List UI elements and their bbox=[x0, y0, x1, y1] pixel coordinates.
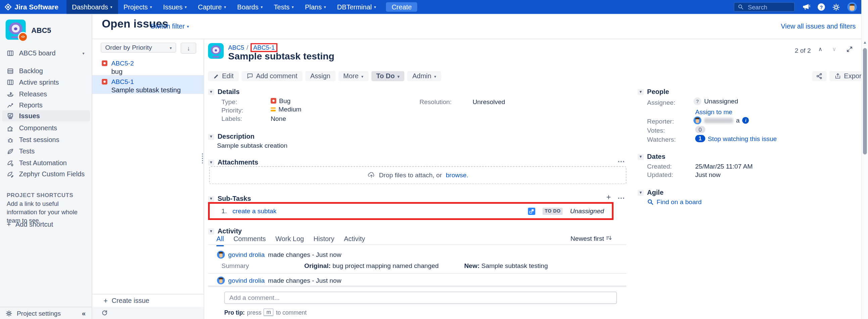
priority-label: Priority: bbox=[221, 107, 243, 114]
user-avatar[interactable] bbox=[847, 2, 857, 12]
sidebar-item-tests[interactable]: Tests bbox=[0, 145, 92, 156]
assign-to-me-link[interactable]: Assign to me bbox=[695, 109, 733, 115]
chevron-down-icon: ▾ bbox=[187, 25, 189, 29]
details-section-header[interactable]: ▾ Details bbox=[208, 88, 240, 96]
sidebar-item-test-sessions[interactable]: Test sessions bbox=[0, 134, 92, 145]
assign-button[interactable]: Assign bbox=[305, 71, 336, 81]
activity-user-link[interactable]: govind drolia bbox=[228, 277, 265, 284]
panel-resize-handle[interactable] bbox=[202, 153, 203, 164]
sidebar-item-zephyr-custom-fields[interactable]: Zephyr Custom Fields bbox=[0, 169, 92, 180]
chevron-down-icon: ▾ bbox=[83, 51, 85, 55]
gear-icon bbox=[6, 310, 12, 317]
collapse-sidebar-icon[interactable]: « bbox=[82, 309, 86, 317]
jira-logo[interactable]: Jira Software bbox=[0, 3, 66, 11]
edit-button[interactable]: Edit bbox=[208, 71, 239, 81]
bug-type-icon bbox=[271, 98, 276, 104]
issue-list-item-abc5-1[interactable]: ABC5-1 Sample subtask testing bbox=[92, 76, 204, 94]
releases-icon bbox=[7, 90, 14, 98]
browse-link[interactable]: browse. bbox=[446, 172, 468, 179]
collapse-chevron-icon: ▾ bbox=[638, 89, 644, 95]
updated-label: Updated: bbox=[647, 171, 673, 178]
watchers-value: 1 Stop watching this issue bbox=[695, 135, 777, 142]
order-by-dropdown[interactable]: Order by Priority ▾ bbox=[101, 42, 176, 53]
scrollbar-thumb[interactable] bbox=[863, 48, 867, 154]
nav-item-capture[interactable]: Capture▾ bbox=[192, 0, 231, 14]
sidebar-item-issues[interactable]: Issues bbox=[2, 110, 90, 121]
sidebar-item-components[interactable]: Components bbox=[0, 122, 92, 134]
sidebar-item-board[interactable]: ABC5 board ▾ bbox=[0, 48, 92, 59]
activity-entry: govind drolia made changes - Just now bbox=[217, 277, 341, 284]
page-scrollbar[interactable]: ▲ bbox=[861, 0, 868, 319]
attachments-section-header[interactable]: ▾ Attachments bbox=[208, 158, 258, 166]
activity-user-link[interactable]: govind drolia bbox=[228, 251, 265, 258]
attachment-dropzone[interactable]: Drop files to attach, or browse. bbox=[209, 166, 626, 184]
global-search[interactable] bbox=[734, 2, 795, 12]
subtask-title-link[interactable]: create a subtak bbox=[232, 207, 276, 214]
sort-order-button[interactable]: Newest first bbox=[570, 235, 612, 242]
more-button[interactable]: More ▾ bbox=[338, 71, 368, 81]
type-value: Bug bbox=[271, 97, 290, 104]
plus-icon: + bbox=[103, 296, 108, 305]
add-subtask-icon[interactable]: + bbox=[606, 193, 611, 201]
help-icon[interactable]: ? bbox=[818, 3, 825, 11]
sidebar-item-reports[interactable]: Reports bbox=[0, 100, 92, 111]
previous-issue-icon[interactable]: ∧ bbox=[818, 46, 823, 52]
info-icon[interactable]: i bbox=[743, 117, 749, 123]
sort-direction-button[interactable]: ↓ bbox=[181, 42, 196, 54]
chevron-down-icon: ▾ bbox=[170, 46, 172, 50]
sidebar-item-backlog[interactable]: Backlog bbox=[0, 65, 92, 77]
status-dropdown[interactable]: To Do ▾ bbox=[371, 71, 404, 81]
refresh-icon[interactable] bbox=[101, 310, 108, 316]
agile-section-header[interactable]: ▾ Agile bbox=[638, 189, 663, 197]
board-icon bbox=[7, 50, 14, 57]
votes-count-badge[interactable]: 0 bbox=[695, 126, 705, 133]
create-button[interactable]: Create bbox=[386, 2, 417, 12]
next-issue-icon[interactable]: ∨ bbox=[832, 46, 836, 52]
project-settings-link[interactable]: Project settings bbox=[17, 310, 61, 317]
comment-box[interactable] bbox=[224, 291, 617, 304]
dates-section-header[interactable]: ▾ Dates bbox=[638, 153, 665, 161]
announcements-icon[interactable] bbox=[802, 3, 810, 11]
sidebar-item-test-automation[interactable]: Test Automation bbox=[0, 157, 92, 168]
sidebar-item-releases[interactable]: Releases bbox=[0, 88, 92, 99]
comment-input[interactable] bbox=[225, 292, 616, 303]
expand-icon[interactable] bbox=[846, 46, 853, 53]
subtasks-more-icon[interactable]: ⋯ bbox=[617, 194, 625, 202]
search-input[interactable] bbox=[747, 3, 788, 11]
sidebar-item-active-sprints[interactable]: Active sprints bbox=[0, 77, 92, 88]
nav-item-issues[interactable]: Issues▾ bbox=[157, 0, 192, 14]
view-all-issues-link[interactable]: View all issues and filters bbox=[781, 23, 856, 30]
admin-dropdown[interactable]: Admin ▾ bbox=[407, 71, 441, 81]
settings-gear-icon[interactable] bbox=[832, 3, 840, 11]
add-comment-button[interactable]: Add comment bbox=[242, 71, 303, 81]
nav-item-dashboards[interactable]: Dashboards▾ bbox=[66, 0, 118, 14]
find-on-board-link[interactable]: Find on a board bbox=[647, 199, 702, 205]
issue-title: Sample subtask testing bbox=[228, 51, 335, 62]
add-shortcut-button[interactable]: + Add shortcut bbox=[7, 220, 53, 228]
nav-item-dbterminal[interactable]: DBTerminal▾ bbox=[332, 0, 381, 14]
description-body: Sample subtask creation bbox=[217, 142, 287, 149]
share-button[interactable] bbox=[812, 71, 827, 81]
subtask-assignee: Unassigned bbox=[570, 207, 604, 214]
attachments-more-icon[interactable]: ⋯ bbox=[617, 157, 625, 166]
nav-item-projects[interactable]: Projects▾ bbox=[118, 0, 157, 14]
breadcrumb-project-link[interactable]: ABC5 bbox=[228, 44, 244, 51]
issue-list-item-abc5-2[interactable]: ABC5-2 bug bbox=[92, 57, 204, 76]
nav-item-boards[interactable]: Boards▾ bbox=[231, 0, 268, 14]
project-avatar[interactable]: <> bbox=[6, 20, 26, 40]
sprints-icon bbox=[7, 79, 14, 86]
switch-filter-link[interactable]: Switch filter ▾ bbox=[150, 23, 189, 30]
watchers-count-badge[interactable]: 1 bbox=[695, 135, 705, 142]
create-issue-button[interactable]: + Create issue bbox=[92, 294, 204, 307]
subtasks-section-header[interactable]: ▾ Sub-Tasks bbox=[208, 195, 251, 202]
scroll-up-arrow[interactable]: ▲ bbox=[863, 40, 867, 44]
people-section-header[interactable]: ▾ People bbox=[638, 88, 669, 96]
chevron-down-icon: ▾ bbox=[291, 5, 293, 9]
stop-watching-link[interactable]: Stop watching this issue bbox=[708, 135, 777, 142]
activity-section-header[interactable]: ▾ Activity bbox=[208, 227, 242, 235]
nav-item-tests[interactable]: Tests▾ bbox=[268, 0, 299, 14]
nav-item-plans[interactable]: Plans▾ bbox=[299, 0, 332, 14]
collapse-chevron-icon: ▾ bbox=[208, 228, 214, 234]
export-button[interactable]: Export ▾ bbox=[829, 71, 861, 81]
description-section-header[interactable]: ▾ Description bbox=[208, 133, 254, 140]
